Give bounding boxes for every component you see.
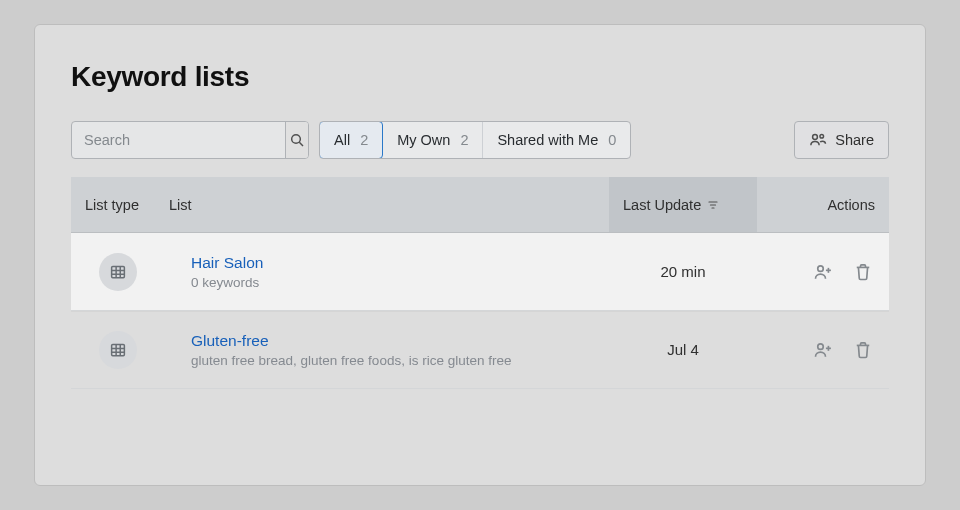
list-name-link[interactable]: Gluten-free	[191, 332, 609, 350]
row-type-cell	[71, 253, 161, 291]
filter-tab-count: 2	[360, 132, 368, 148]
delete-row-button[interactable]	[851, 260, 875, 284]
trash-icon	[853, 262, 873, 282]
row-actions-cell	[757, 338, 889, 362]
table-row[interactable]: Gluten-free gluten free bread, gluten fr…	[71, 311, 889, 389]
person-add-icon	[813, 340, 833, 360]
list-description: gluten free bread, gluten free foods, is…	[191, 353, 609, 368]
col-header-update[interactable]: Last Update	[609, 177, 757, 232]
row-actions-cell	[757, 260, 889, 284]
svg-rect-15	[112, 344, 125, 355]
filter-tab-label: All	[334, 132, 350, 148]
filter-tab-count: 2	[460, 132, 468, 148]
col-header-actions: Actions	[757, 197, 889, 213]
row-list-cell: Gluten-free gluten free bread, gluten fr…	[161, 332, 609, 368]
search-field	[71, 121, 309, 159]
controls-bar: All 2 My Own 2 Shared with Me 0	[71, 121, 889, 159]
filter-tab-own[interactable]: My Own 2	[383, 122, 483, 158]
page-title: Keyword lists	[71, 61, 889, 93]
col-header-type: List type	[71, 197, 161, 213]
filter-tabs: All 2 My Own 2 Shared with Me 0	[319, 121, 631, 159]
person-add-icon	[813, 262, 833, 282]
svg-point-20	[818, 343, 824, 349]
filter-tab-label: Shared with Me	[497, 132, 598, 148]
share-row-button[interactable]	[811, 260, 835, 284]
search-input[interactable]	[72, 122, 285, 158]
filter-tab-count: 0	[608, 132, 616, 148]
table-row[interactable]: Hair Salon 0 keywords 20 min	[71, 233, 889, 311]
trash-icon	[853, 340, 873, 360]
share-button[interactable]: Share	[794, 121, 889, 159]
svg-point-3	[820, 134, 824, 138]
row-list-cell: Hair Salon 0 keywords	[161, 254, 609, 290]
row-type-cell	[71, 331, 161, 369]
keyword-lists-panel: Keyword lists All 2 My Own 2 Sh	[34, 24, 926, 486]
share-row-button[interactable]	[811, 338, 835, 362]
col-header-list: List	[161, 197, 609, 213]
filter-tab-label: My Own	[397, 132, 450, 148]
delete-row-button[interactable]	[851, 338, 875, 362]
search-icon	[289, 132, 305, 148]
filter-tab-all[interactable]: All 2	[319, 121, 383, 159]
row-update-cell: Jul 4	[609, 341, 757, 358]
list-type-icon	[99, 253, 137, 291]
svg-rect-7	[112, 266, 125, 277]
share-users-icon	[809, 131, 827, 149]
list-description: 0 keywords	[191, 275, 609, 290]
svg-line-1	[299, 142, 303, 146]
list-type-icon	[99, 331, 137, 369]
svg-point-2	[813, 135, 818, 140]
table-header: List type List Last Update Actions	[71, 177, 889, 233]
svg-point-12	[818, 265, 824, 271]
share-button-label: Share	[835, 132, 874, 148]
filter-tab-shared[interactable]: Shared with Me 0	[483, 122, 630, 158]
col-header-update-label: Last Update	[623, 197, 701, 213]
row-update-cell: 20 min	[609, 263, 757, 280]
svg-point-0	[292, 135, 301, 144]
list-name-link[interactable]: Hair Salon	[191, 254, 609, 272]
sort-icon	[707, 199, 719, 211]
search-button[interactable]	[285, 122, 308, 158]
